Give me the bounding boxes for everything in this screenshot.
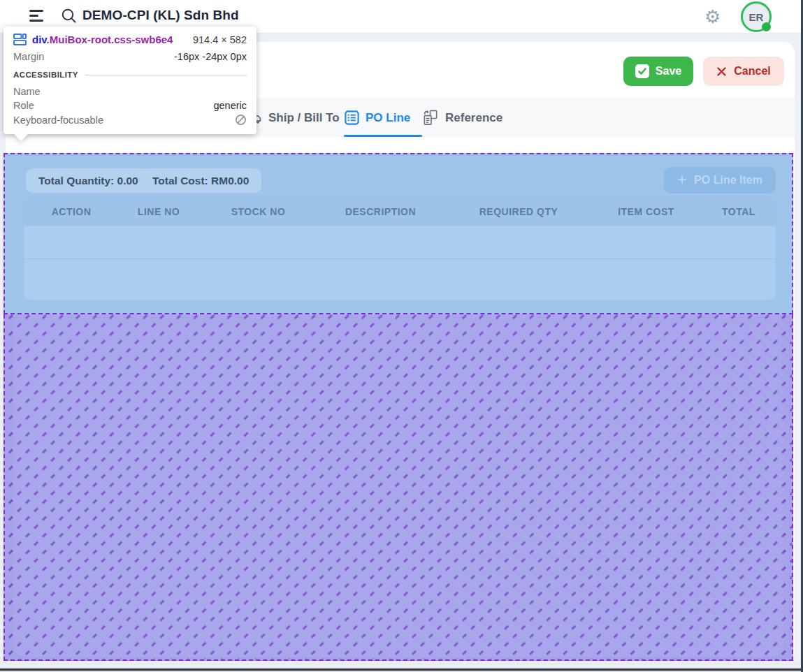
blocked-icon [235,114,247,126]
add-po-line-item-label: PO Line Item [694,174,762,187]
po-line-table: ACTION LINE NO STOCK NO DESCRIPTION REQU… [24,198,776,300]
a11y-role-value: generic [213,100,247,111]
accessibility-section-title: ACCESSIBILITY [13,71,78,79]
column-header-action: ACTION [29,206,113,217]
section-divider [85,75,247,75]
column-header-item-cost: ITEM COST [588,206,704,217]
card-under-overlay [13,314,783,657]
total-quantity-label: Total Quantity: 0.00 [38,175,138,187]
total-cost-label: Total Cost: RM0.00 [152,175,249,187]
inspected-classes: .MuiBox-root.css-swb6e4 [47,34,173,45]
a11y-name-label: Name [13,86,41,97]
cancel-button-label: Cancel [734,65,770,78]
search-icon[interactable] [60,7,78,25]
check-icon [635,64,649,78]
inspected-dimensions: 914.4 × 582 [193,34,247,45]
table-row-divider [24,258,776,259]
save-button-label: Save [656,65,681,78]
total-cost-chip: Total Cost: RM0.00 [140,168,261,193]
column-header-description: DESCRIPTION [312,206,449,217]
margin-value: -16px -24px 0px [174,51,247,62]
devtools-inspect-tooltip: div.MuiBox-root.css-swb6e4 914.4 × 582 M… [3,27,256,134]
x-icon [716,66,727,77]
active-tab-indicator [344,135,422,137]
devtools-content-highlight: Total Quantity: 0.00 Total Cost: RM0.00 … [3,153,793,314]
cancel-button[interactable]: Cancel [703,57,784,86]
column-header-required-qty: REQUIRED QTY [449,206,588,217]
grid-icon [13,34,27,45]
tab-label: PO Line [366,111,410,125]
tab-label: Ship / Bill To [268,111,340,125]
online-status-dot [762,22,771,31]
tab-ship-bill-to[interactable]: Ship / Bill To [246,98,340,137]
devtools-margin-highlight [3,314,793,661]
column-header-stock-no: STOCK NO [204,206,312,217]
a11y-focusable-label: Keyboard-focusable [13,115,103,126]
margin-label: Margin [13,51,44,62]
gear-icon[interactable]: ⚙ [704,5,721,29]
add-po-line-item-button[interactable]: + PO Line Item [664,167,776,193]
menu-icon[interactable] [29,10,45,24]
company-title: DEMO-CPI (KL) Sdn Bhd [82,8,239,23]
documents-icon [422,109,440,126]
tab-reference[interactable]: Reference [422,98,502,137]
plus-icon: + [677,173,687,187]
save-button[interactable]: Save [623,57,693,86]
column-header-line-no: LINE NO [113,206,204,217]
inspected-tag: div [32,34,47,45]
tab-po-line[interactable]: PO Line [344,98,410,137]
tab-label: Reference [445,111,502,125]
total-quantity-chip: Total Quantity: 0.00 [26,168,151,193]
column-header-total: TOTAL [704,206,774,217]
page: DEMO-CPI (KL) Sdn Bhd ⚙ ER Save Cancel S… [0,0,803,672]
a11y-role-label: Role [13,100,34,111]
page-bottom-gutter [0,661,803,669]
list-icon [344,110,360,126]
po-line-table-header: ACTION LINE NO STOCK NO DESCRIPTION REQU… [24,198,776,226]
avatar-initials: ER [749,11,764,23]
